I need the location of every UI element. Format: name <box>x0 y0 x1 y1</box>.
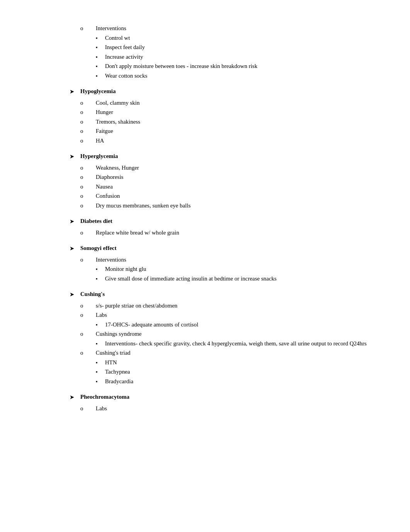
list-item-text: Labs <box>96 311 371 320</box>
list-item-text: s/s- purple striae on chest/abdomen <box>96 301 371 310</box>
section-title: Pheochromacytoma <box>80 393 129 401</box>
bullet-list: ▪ Interventions- check specific gravity,… <box>96 339 371 348</box>
bullet-marker: ▪ <box>96 34 105 42</box>
arrow-icon: ➤ <box>69 217 80 226</box>
list-item-text: Wear cotton socks <box>105 71 371 80</box>
cushings-section: ➤ Cushing's o s/s- purple striae on ches… <box>69 290 371 386</box>
list-item: o Cushing's triad <box>80 348 371 357</box>
list-item-text: Don't apply moisture between toes - incr… <box>105 62 371 71</box>
list-item-text: HTN <box>105 358 371 367</box>
list-item: o HA <box>80 136 371 145</box>
level1-item: ➤ Hypoglycemia <box>69 87 371 96</box>
list-item-text: Labs <box>96 404 371 413</box>
bullet-list: ▪ Control wt ▪ Inspect feet daily ▪ Incr… <box>96 34 371 80</box>
list-item: ▪ HTN <box>96 358 371 367</box>
level2-marker: o <box>80 163 96 172</box>
bullet-marker: ▪ <box>96 339 105 348</box>
level2-list: o Weakness, Hunger o Diaphoresis o Nause… <box>80 163 371 210</box>
level2-marker: o <box>80 173 96 182</box>
list-item: o Nausea <box>80 182 371 191</box>
level1-item: ➤ Diabetes diet <box>69 217 371 226</box>
list-item-text: Hunger <box>96 108 371 117</box>
list-item-text: HA <box>96 136 371 145</box>
level1-item: ➤ Cushing's <box>69 290 371 299</box>
list-item: o Interventions <box>80 24 371 33</box>
arrow-icon: ➤ <box>69 152 80 161</box>
section-title: Hypoglycemia <box>80 87 116 96</box>
level2-list: o Cool, clammy skin o Hunger o Tremors, … <box>80 99 371 145</box>
list-item-text: Cushing's triad <box>96 348 371 357</box>
level2-list: o Labs <box>80 404 371 413</box>
bullet-marker: ▪ <box>96 71 105 80</box>
list-item: ▪ 17-OHCS- adequate amounts of cortisol <box>96 320 371 329</box>
bullet-marker: ▪ <box>96 320 105 329</box>
list-item-text: Faitgue <box>96 127 371 136</box>
list-item-text: Replace white bread w/ whole grain <box>96 228 371 237</box>
section-title: Somogyi effect <box>80 244 117 253</box>
level2-marker: o <box>80 311 96 320</box>
hypoglycemia-section: ➤ Hypoglycemia o Cool, clammy skin o Hun… <box>69 87 371 145</box>
level2-marker: o <box>80 330 96 338</box>
bullet-marker: ▪ <box>96 265 105 273</box>
level2-marker: o <box>80 228 96 237</box>
list-item: o Confusion <box>80 192 371 201</box>
level2-marker: o <box>80 136 96 145</box>
pheochromacytoma-section: ➤ Pheochromacytoma o Labs <box>69 393 371 413</box>
bullet-marker: ▪ <box>96 377 105 386</box>
list-item-text: Confusion <box>96 192 371 201</box>
level2-marker: o <box>80 24 96 33</box>
list-item: ▪ Bradycardia <box>96 377 371 386</box>
list-item-text: Interventions- check specific gravity, c… <box>105 339 371 348</box>
list-item: ▪ Give small dose of immediate acting in… <box>96 274 371 283</box>
level2-marker: o <box>80 108 96 117</box>
list-item-text: Nausea <box>96 182 371 191</box>
list-item: o Labs <box>80 404 371 413</box>
arrow-icon: ➤ <box>69 290 80 299</box>
level2-marker: o <box>80 117 96 126</box>
list-item-text: Diaphoresis <box>96 173 371 182</box>
bullet-list: ▪ HTN ▪ Tachypnea ▪ Bradycardia <box>96 358 371 386</box>
list-item: ▪ Increase activity <box>96 53 371 61</box>
list-item: ▪ Monitor night glu <box>96 265 371 274</box>
section-title: Cushing's <box>80 290 105 299</box>
list-item-text: Interventions <box>96 24 371 33</box>
bullet-marker: ▪ <box>96 62 105 70</box>
page-content: o Interventions ▪ Control wt ▪ Inspect f… <box>69 24 371 413</box>
level2-marker: o <box>80 404 96 413</box>
somogyi-section: ➤ Somogyi effect o Interventions ▪ Monit… <box>69 244 371 283</box>
list-item: o Diaphoresis <box>80 173 371 182</box>
level2-marker: o <box>80 99 96 107</box>
list-item: ▪ Inspect feet daily <box>96 43 371 52</box>
bullet-marker: ▪ <box>96 43 105 51</box>
level2-list: o Interventions ▪ Monitor night glu ▪ Gi… <box>80 255 371 283</box>
top-interventions-section: o Interventions ▪ Control wt ▪ Inspect f… <box>80 24 371 80</box>
level1-item: ➤ Pheochromacytoma <box>69 393 371 402</box>
level2-list: o s/s- purple striae on chest/abdomen o … <box>80 301 371 386</box>
list-item-text: Inspect feet daily <box>105 43 371 52</box>
wear-cotton-socks-item: ▪ Wear cotton socks <box>96 71 371 80</box>
section-title: Diabetes diet <box>80 217 112 226</box>
list-item-text: Bradycardia <box>105 377 371 386</box>
level2-marker: o <box>80 127 96 136</box>
list-item: o Tremors, shakiness <box>80 117 371 126</box>
bullet-marker: ▪ <box>96 367 105 376</box>
list-item-text: Give small dose of immediate acting insu… <box>105 274 371 283</box>
arrow-icon: ➤ <box>69 87 80 96</box>
level2-marker: o <box>80 255 96 264</box>
list-item: o Faitgue <box>80 127 371 136</box>
section-title: Hyperglycemia <box>80 152 118 161</box>
list-item: o s/s- purple striae on chest/abdomen <box>80 301 371 310</box>
bullet-list: ▪ Monitor night glu ▪ Give small dose of… <box>96 265 371 283</box>
list-item: o Dry mucus membranes, sunken eye balls <box>80 201 371 210</box>
bullet-list: ▪ 17-OHCS- adequate amounts of cortisol <box>96 320 371 329</box>
list-item-text: Tremors, shakiness <box>96 117 371 126</box>
level2-marker: o <box>80 182 96 191</box>
list-item: o Cushings syndrome <box>80 330 371 338</box>
level2-marker: o <box>80 201 96 210</box>
list-item-text: Monitor night glu <box>105 265 371 274</box>
hyperglycemia-section: ➤ Hyperglycemia o Weakness, Hunger o Dia… <box>69 152 371 210</box>
list-item: o Weakness, Hunger <box>80 163 371 172</box>
list-item: o Replace white bread w/ whole grain <box>80 228 371 237</box>
list-item: ▪ Tachypnea <box>96 367 371 376</box>
list-item: ▪ Control wt <box>96 34 371 42</box>
